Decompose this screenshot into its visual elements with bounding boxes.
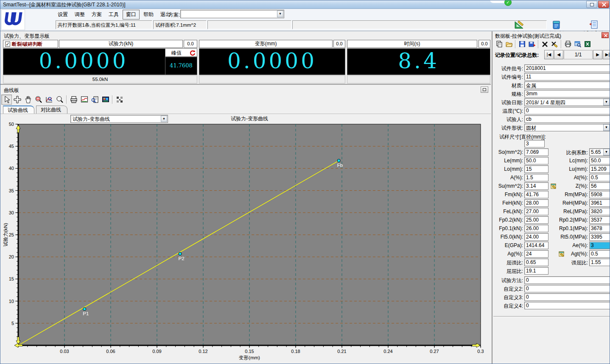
field-input-Su(mm^2)[interactable]: 3.14 bbox=[524, 182, 548, 190]
y-tick-label: 25 bbox=[9, 232, 14, 237]
field-input-Z(%)[interactable]: 56 bbox=[589, 182, 610, 190]
prev-record-button[interactable]: ◀ bbox=[554, 50, 563, 59]
field-input-Lc(mm)[interactable]: 50.0 bbox=[589, 157, 610, 164]
peak-reset-icon[interactable] bbox=[190, 50, 196, 56]
chevron-down-icon[interactable]: ▼ bbox=[603, 124, 610, 131]
field-input-ReL(MPa)[interactable]: 3820 bbox=[589, 208, 610, 215]
field-input-Agt(%)[interactable]: 0.5 bbox=[589, 250, 610, 258]
field-input-FeH(kN)[interactable]: 28.00 bbox=[524, 199, 548, 207]
field-input-试验人[interactable]: cb bbox=[524, 115, 610, 123]
display-board-tool[interactable] bbox=[100, 94, 111, 105]
field-input-Fp0.1(kN)[interactable]: 26.00 bbox=[524, 225, 548, 232]
scheme-combobox[interactable]: ▼ bbox=[180, 10, 284, 18]
select-cursor-tool[interactable] bbox=[1, 94, 12, 105]
field-input-Lu(mm)[interactable]: 15.209 bbox=[589, 165, 610, 173]
field-input-FeL(kN)[interactable]: 27.00 bbox=[524, 208, 548, 215]
zoom-curve-tool[interactable] bbox=[44, 94, 54, 105]
field-input-At(%)[interactable]: 0.5 bbox=[589, 174, 610, 181]
field-input-自定义2[interactable]: 0 bbox=[524, 285, 610, 292]
last-record-button[interactable]: ▶| bbox=[603, 50, 610, 59]
field-input-Le(mm)[interactable]: 50.0 bbox=[524, 157, 548, 164]
field-input-试件批号[interactable]: 2018001 bbox=[524, 64, 610, 72]
chevron-down-icon[interactable]: ▼ bbox=[603, 149, 610, 156]
field-input-试件形状[interactable]: 圆材▼ bbox=[524, 124, 610, 131]
field-input-So(mm^2)[interactable]: 7.069 bbox=[524, 148, 548, 156]
field-input-Rm(MPa)[interactable]: 5908 bbox=[589, 191, 610, 198]
field-input-Fp0.2(kN)[interactable]: 25.00 bbox=[524, 216, 548, 224]
tab-试验曲线[interactable]: 试验曲线 bbox=[3, 106, 34, 114]
pan-hand-tool[interactable] bbox=[22, 94, 33, 105]
chevron-down-icon[interactable]: ▼ bbox=[161, 116, 167, 122]
field-input-强屈比[interactable]: 1.55 bbox=[589, 258, 610, 266]
chevron-down-icon[interactable]: ▼ bbox=[277, 11, 283, 17]
curve-toolbar bbox=[1, 94, 125, 105]
field-input-试件编号[interactable]: 11 bbox=[524, 73, 610, 81]
restore-button[interactable] bbox=[586, 1, 597, 8]
curve-maximize-button[interactable] bbox=[481, 86, 488, 93]
printer-icon bbox=[564, 40, 572, 48]
first-record-button[interactable]: |◀ bbox=[544, 50, 554, 59]
field-input-Fm(kN)[interactable]: 41.76 bbox=[524, 191, 548, 198]
export-excel-button[interactable] bbox=[582, 40, 592, 48]
chevron-down-icon[interactable]: ▼ bbox=[603, 99, 610, 106]
save-button[interactable] bbox=[517, 40, 527, 48]
field-input-温度(℃)[interactable]: 0 bbox=[524, 107, 610, 114]
data-toolbar bbox=[494, 39, 592, 49]
field-input-规格[interactable]: 3mm bbox=[524, 90, 610, 97]
field-input-A(%)[interactable]: 1.5 bbox=[524, 174, 548, 181]
data-search-tool[interactable] bbox=[90, 94, 100, 105]
next-record-button[interactable]: ▶ bbox=[593, 50, 602, 59]
field-input-屈强比[interactable]: 0.65 bbox=[524, 258, 548, 266]
field-input-比例系数[interactable]: 5.65▼ bbox=[589, 148, 610, 156]
field-input-Ae(%)[interactable]: 3 bbox=[589, 242, 610, 249]
delete-edit-button[interactable] bbox=[550, 40, 560, 48]
force-deform-chart[interactable]: 0.030.060.090.120.150.180.210.240.270.35… bbox=[0, 114, 491, 364]
copy-button[interactable] bbox=[494, 40, 504, 48]
field-input-Ft5.0(kN)[interactable]: 24.00 bbox=[524, 233, 548, 241]
field-input-自定义4[interactable]: 0 bbox=[524, 302, 610, 309]
checkbox-checked-icon[interactable]: ✓ bbox=[5, 42, 10, 47]
menu-item-窗口[interactable]: 窗口 bbox=[123, 10, 140, 19]
open-button[interactable] bbox=[504, 40, 514, 48]
menu-item-工具[interactable]: 工具 bbox=[106, 10, 122, 19]
field-input-试验方法[interactable]: 0 bbox=[524, 276, 610, 284]
crosshair-move-tool[interactable] bbox=[12, 94, 22, 105]
close-button[interactable] bbox=[598, 1, 609, 8]
field-input-屈屈比[interactable]: 19.1 bbox=[524, 267, 548, 275]
menu-item-设置[interactable]: 设置 bbox=[55, 10, 71, 19]
field-label: ReH(MPa): bbox=[554, 200, 588, 206]
print-pattern-tool[interactable] bbox=[114, 94, 125, 105]
zoom-region-tool[interactable] bbox=[33, 94, 44, 105]
peak-value: 41.7608 bbox=[165, 57, 197, 75]
x-tick-label: 0.18 bbox=[291, 349, 300, 354]
field-input-Rp0.1(MPa)[interactable]: 3678 bbox=[589, 225, 610, 232]
marker-label-P1: P1 bbox=[83, 311, 89, 316]
field-input-Rt5.0(MPa)[interactable]: 3395 bbox=[589, 233, 610, 241]
zoom-out-tool[interactable] bbox=[54, 94, 65, 105]
preview-button[interactable] bbox=[573, 40, 582, 48]
data-panel-close-button[interactable] bbox=[602, 32, 609, 38]
field-input-E(GPa)[interactable]: 1414.64 bbox=[524, 242, 548, 249]
size-input[interactable]: 3 bbox=[524, 140, 545, 147]
field-input-ReH(MPa)[interactable]: 3961 bbox=[589, 199, 610, 207]
field-input-试验日期[interactable]: 2018/ 1/ 4 星期四▼ bbox=[524, 98, 610, 106]
chart-settings-tool[interactable] bbox=[79, 94, 90, 105]
print-curve-tool[interactable] bbox=[68, 94, 79, 105]
pair-row: Su(mm^2):3.14Z(%):56 bbox=[492, 182, 610, 191]
field-input-自定义3[interactable]: 0 bbox=[524, 293, 610, 301]
tab-对比曲线[interactable]: 对比曲线 bbox=[36, 106, 67, 114]
close-icon bbox=[604, 33, 608, 38]
curve-type-combobox[interactable]: 试验力-变形曲线 ▼ bbox=[70, 115, 168, 123]
break-judge-checkbox-row[interactable]: ✓ 断裂/破碎判断 bbox=[3, 40, 58, 48]
menu-item-帮助[interactable]: 帮助 bbox=[140, 10, 157, 19]
menu-item-调整[interactable]: 调整 bbox=[72, 10, 88, 19]
menu-item-方案[interactable]: 方案 bbox=[89, 10, 105, 19]
field-input-Rp0.2(MPa)[interactable]: 3537 bbox=[589, 216, 610, 224]
field-input-Ag(%)[interactable]: 24 bbox=[524, 250, 548, 258]
field-label: Le(mm): bbox=[493, 158, 523, 164]
save-as-button[interactable] bbox=[527, 40, 537, 48]
field-input-Lo(mm)[interactable]: 15 bbox=[524, 165, 548, 173]
print-report-button[interactable] bbox=[563, 40, 573, 48]
field-input-材质[interactable]: 金属 bbox=[524, 81, 610, 89]
delete-record-button[interactable] bbox=[540, 40, 550, 48]
